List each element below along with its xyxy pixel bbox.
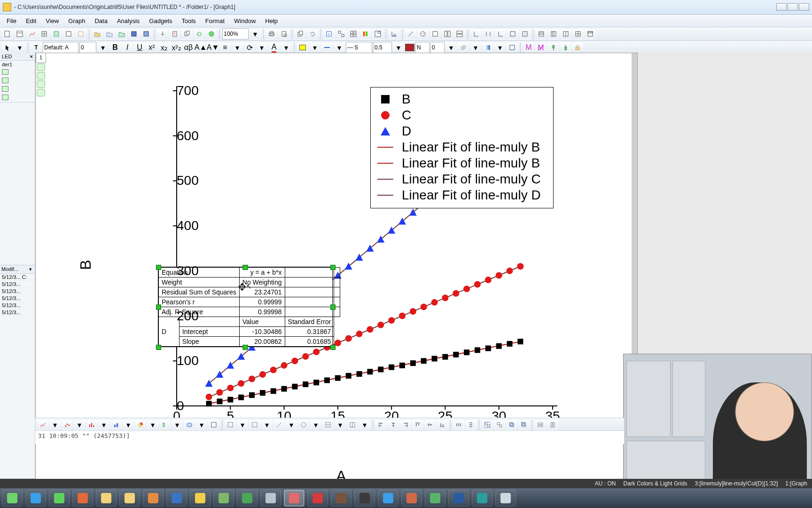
table-layout1[interactable] — [536, 28, 547, 40]
taskbar-app-explorer[interactable] — [96, 490, 117, 507]
new-layout-button[interactable] — [63, 28, 74, 40]
menu-help[interactable]: Help — [260, 16, 282, 26]
align-right-button[interactable] — [400, 419, 411, 430]
axis-lr-button[interactable] — [483, 28, 494, 40]
print-button[interactable] — [266, 28, 277, 40]
increase-font-button[interactable]: A▲ — [195, 42, 206, 53]
menu-graph[interactable]: Graph — [63, 16, 90, 26]
new-project-button[interactable] — [2, 28, 13, 40]
mask-m1-button[interactable]: M — [523, 42, 534, 53]
dd[interactable]: ▾ — [261, 419, 273, 430]
border-button[interactable] — [507, 42, 518, 53]
taskbar-app-origin[interactable] — [284, 490, 304, 507]
align-left-button[interactable] — [375, 419, 387, 430]
taskbar-app-browser[interactable] — [49, 490, 70, 507]
selection-handle[interactable] — [330, 345, 336, 350]
duplicate-button[interactable] — [295, 28, 306, 40]
taskbar-app-skype[interactable] — [378, 490, 398, 507]
grid-toggle[interactable] — [572, 28, 584, 40]
font-combo[interactable] — [43, 42, 78, 53]
new-matrix-button[interactable] — [39, 28, 50, 40]
reimport-button[interactable] — [194, 28, 205, 40]
command-log[interactable]: 31 10:09:05 "" (2457753)] — [35, 430, 624, 444]
open-template-button[interactable] — [104, 28, 115, 40]
layer1-button[interactable] — [429, 28, 441, 40]
y-axis-title[interactable]: B — [77, 260, 94, 270]
dd[interactable]: ▾ — [98, 419, 109, 430]
worksheet-button[interactable] — [585, 28, 596, 40]
mask-p2-button[interactable]: ↡ — [560, 42, 571, 53]
dd[interactable]: ▾ — [172, 419, 183, 430]
template-plot-button[interactable] — [208, 419, 219, 430]
add-layer-button[interactable]: + — [323, 28, 335, 40]
mask-p1-button[interactable]: ↟ — [547, 42, 559, 53]
taskbar-app-ds[interactable] — [448, 490, 469, 507]
table-layout3[interactable] — [560, 28, 571, 40]
save-template-button[interactable] — [141, 28, 152, 40]
legend-row[interactable]: D — [377, 123, 547, 139]
selection-handle[interactable] — [243, 345, 248, 350]
obj-edit-4[interactable] — [298, 419, 309, 430]
dd[interactable]: ▾ — [49, 419, 61, 430]
line-color-button[interactable] — [321, 42, 333, 53]
taskbar-app-notes[interactable] — [119, 490, 140, 507]
taskbar-app-word[interactable] — [166, 490, 187, 507]
font-size-dd[interactable]: ▾ — [97, 42, 109, 53]
taskbar-app-opera[interactable] — [307, 490, 328, 507]
open-button[interactable] — [92, 28, 103, 40]
obj-edit-2[interactable] — [249, 419, 260, 430]
pe-folder[interactable]: der1 — [0, 61, 35, 68]
italic-button[interactable]: I — [122, 42, 133, 53]
legend-row[interactable]: C — [377, 107, 547, 123]
pe-file-row[interactable]: 5/12/3... — [0, 309, 35, 316]
dd[interactable]: ▾ — [310, 419, 321, 430]
font-size-combo[interactable] — [79, 42, 96, 53]
rotate-dd[interactable]: ▾ — [256, 42, 267, 53]
dd[interactable]: ▾ — [335, 419, 346, 430]
column-plot-button[interactable] — [110, 419, 122, 430]
distribute-h-button[interactable] — [453, 419, 464, 430]
align-top-button[interactable] — [412, 419, 423, 430]
pie-plot-button[interactable] — [135, 419, 146, 430]
line-style-combo[interactable] — [346, 42, 372, 53]
line-color-dd[interactable]: ▾ — [334, 42, 345, 53]
panel-close-icon[interactable]: × — [30, 54, 33, 59]
dd[interactable]: ▾ — [123, 419, 134, 430]
taskbar-app-ie[interactable] — [25, 490, 46, 507]
gradient-dd[interactable]: ▾ — [494, 42, 506, 53]
decrease-font-button[interactable]: A▼ — [207, 42, 219, 53]
axis-l-button[interactable] — [470, 28, 482, 40]
fill-color-button[interactable] — [297, 42, 308, 53]
taskbar-app-xshell[interactable] — [354, 490, 375, 507]
pe-file-row[interactable]: 5/12/3... — [0, 281, 35, 288]
taskbar-app-excel[interactable] — [237, 490, 258, 507]
axis-lb-button[interactable] — [495, 28, 506, 40]
selection-handle[interactable] — [243, 265, 248, 270]
send-back-button[interactable] — [518, 419, 530, 430]
zoom-combo[interactable] — [222, 28, 249, 40]
align-middle-v-button[interactable] — [424, 419, 436, 430]
fill-value-combo[interactable] — [430, 42, 445, 53]
pe-col-header[interactable]: Modif... ▾ — [0, 265, 35, 274]
3d-plot-button[interactable] — [184, 419, 195, 430]
axis-box-button[interactable] — [519, 28, 531, 40]
legend-row[interactable]: Linear Fit of line-muly B — [377, 155, 547, 171]
pattern-button[interactable] — [458, 42, 469, 53]
legend-row[interactable]: B — [377, 91, 547, 107]
pointer-dd[interactable]: ▾ — [14, 42, 25, 53]
dd[interactable]: ▾ — [74, 419, 85, 430]
rescale-button[interactable] — [389, 28, 400, 40]
new-notes-button[interactable] — [75, 28, 86, 40]
new-workbook-button[interactable] — [14, 28, 25, 40]
taskbar-app-paint[interactable] — [190, 490, 211, 507]
taskbar-app-start[interactable] — [2, 490, 23, 507]
dd[interactable]: ▾ — [196, 419, 207, 430]
obj-edit-6[interactable] — [347, 419, 358, 430]
dd[interactable]: ▾ — [359, 419, 370, 430]
obj-edit-1[interactable] — [225, 419, 236, 430]
anti-alias-button[interactable] — [405, 28, 416, 40]
legend-row[interactable]: Linear Fit of line-muly C — [377, 171, 547, 187]
plot-canvas[interactable]: B A BCDLinear Fit of line-muly BLinear F… — [120, 81, 562, 448]
menu-edit[interactable]: Edit — [21, 16, 41, 26]
layer3-button[interactable] — [454, 28, 465, 40]
